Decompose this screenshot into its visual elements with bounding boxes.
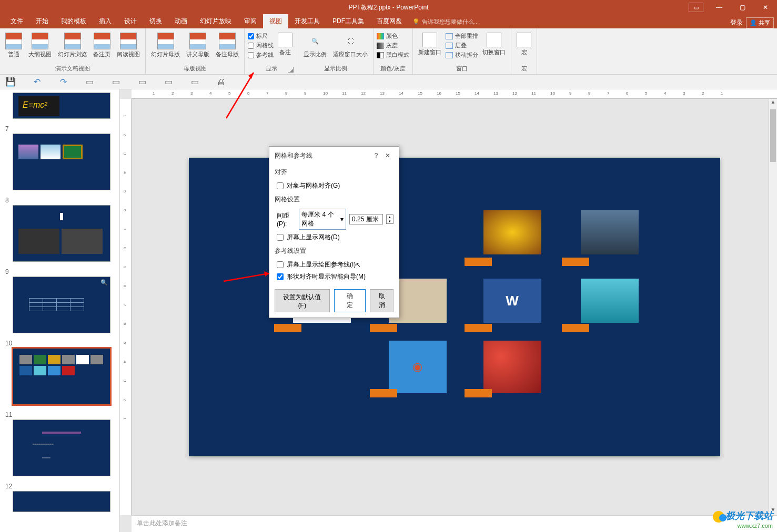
dialog-close-button[interactable]: ✕ [382, 151, 393, 160]
show-dialog-launcher[interactable] [288, 67, 294, 73]
slide-caption-6[interactable] [370, 324, 397, 332]
ok-button[interactable]: 确定 [334, 289, 366, 312]
notes-page-button[interactable]: 备注页 [91, 30, 113, 60]
slide-thumb-6-partial[interactable]: E=mc² [5, 93, 114, 119]
spacing-select[interactable]: 每厘米 4 个网格▾ [299, 209, 346, 230]
ruler-checkbox[interactable]: 标尺 [248, 32, 274, 40]
slide-image-9[interactable]: ◉ [389, 341, 447, 393]
spacing-spinner[interactable]: ▴▾ [386, 214, 393, 224]
slide-caption-10[interactable] [465, 389, 492, 397]
qat-button-6[interactable]: ▭ [137, 77, 147, 87]
arrange-all-button[interactable]: 全部重排 [446, 32, 478, 40]
qat-button-7[interactable]: ▭ [163, 77, 174, 87]
tab-template[interactable]: 我的模板 [55, 14, 93, 28]
guides-checkbox[interactable]: 参考线 [248, 50, 274, 59]
share-button[interactable]: 👤共享 [746, 17, 774, 28]
tell-me-input[interactable]: 💡告诉我您想要做什么... [408, 15, 483, 28]
tab-animation[interactable]: 动画 [168, 14, 194, 28]
tab-insert[interactable]: 插入 [93, 14, 118, 28]
scroll-up-arrow[interactable]: ▲ [769, 99, 777, 107]
slide-image-8[interactable] [581, 279, 639, 323]
tab-view[interactable]: 视图 [263, 14, 288, 28]
reading-view-button[interactable]: 阅读视图 [115, 30, 142, 60]
tab-review[interactable]: 审阅 [238, 14, 263, 28]
gridlines-checkbox[interactable]: 网格线 [248, 41, 274, 50]
slide-caption-5[interactable] [274, 324, 301, 332]
handout-master-button[interactable]: 讲义母版 [184, 30, 211, 60]
cascade-button[interactable]: 层叠 [446, 41, 478, 50]
color-button[interactable]: 颜色 [377, 32, 409, 40]
new-window-button[interactable]: 新建窗口 [416, 30, 443, 58]
slide-image-3[interactable] [483, 210, 541, 254]
set-default-button[interactable]: 设置为默认值(F) [275, 289, 330, 312]
notes-placeholder[interactable]: 单击此处添加备注 [132, 515, 777, 532]
qat-button-8[interactable]: ▭ [189, 77, 200, 87]
switch-icon [487, 33, 501, 47]
show-guides-checkbox[interactable]: 屏幕上显示绘图参考线(I)↖ [277, 259, 393, 271]
cancel-button[interactable]: 取消 [370, 289, 393, 312]
qat-button-5[interactable]: ▭ [110, 77, 121, 87]
slide-caption-4[interactable] [562, 258, 589, 266]
maximize-button[interactable]: ▢ [731, 0, 754, 15]
tab-transition[interactable]: 切换 [143, 14, 168, 28]
undo-button[interactable]: ↶ [32, 77, 42, 87]
horizontal-ruler[interactable]: 1234567891011121314151615141312111098765… [132, 89, 777, 99]
slide-sorter-button[interactable]: 幻灯片浏览 [56, 30, 89, 60]
slide-thumb-10[interactable]: 10 * [5, 340, 114, 405]
ribbon-display-options[interactable]: ▭ [689, 3, 703, 12]
dialog-help-button[interactable]: ? [370, 151, 382, 160]
slide-caption-7[interactable] [465, 324, 492, 332]
tab-baidu[interactable]: 百度网盘 [370, 14, 408, 28]
slide-content[interactable]: XX 摄 W ◉ [189, 158, 720, 456]
move-split-button[interactable]: 移动拆分 [446, 50, 478, 59]
smart-guides-checkbox[interactable]: 形状对齐时显示智能向导(M) [277, 271, 393, 283]
normal-view-button[interactable]: 普通 [3, 30, 24, 60]
notes-button[interactable]: 备注 [276, 30, 295, 58]
minimize-button[interactable]: — [708, 0, 731, 15]
group-label-views: 演示文稿视图 [3, 64, 142, 74]
close-button[interactable]: ✕ [754, 0, 777, 15]
slide-caption-9[interactable] [370, 389, 397, 397]
notes-master-button[interactable]: 备注母版 [214, 30, 241, 60]
slide-canvas[interactable]: XX 摄 W ◉ [132, 99, 777, 515]
slide-caption-3[interactable] [465, 258, 492, 266]
redo-button[interactable]: ↷ [58, 77, 68, 87]
vertical-ruler[interactable]: 12345678987654321 [120, 99, 132, 515]
slide-thumb-12[interactable]: 12 [5, 483, 114, 512]
slide-image-10[interactable] [483, 341, 541, 393]
slide-caption-8[interactable] [562, 324, 589, 332]
zoom-button[interactable]: 🔍显示比例 [301, 30, 329, 60]
login-link[interactable]: 登录 [730, 18, 743, 27]
switch-window-button[interactable]: 切换窗口 [480, 30, 508, 58]
grayscale-button[interactable]: 灰度 [377, 41, 409, 50]
slide-image-7[interactable]: W [483, 279, 541, 323]
spin-up[interactable]: ▴ [387, 215, 393, 219]
tab-home[interactable]: 开始 [29, 14, 55, 28]
bw-button[interactable]: 黑白模式 [377, 50, 409, 59]
spin-down[interactable]: ▾ [387, 219, 393, 223]
slide-master-button[interactable]: 幻灯片母版 [149, 30, 182, 60]
outline-view-button[interactable]: 大纲视图 [26, 30, 54, 60]
tab-developer[interactable]: 开发工具 [288, 14, 326, 28]
tab-design[interactable]: 设计 [118, 14, 143, 28]
macros-button[interactable]: 宏 [514, 30, 533, 58]
slide-image-4[interactable] [581, 210, 639, 254]
spacing-value-input[interactable] [349, 214, 383, 224]
slide-thumb-9[interactable]: 9 🔍 [5, 268, 114, 333]
qat-print-button[interactable]: 🖨 [216, 77, 226, 87]
fit-window-button[interactable]: ⛶适应窗口大小 [331, 30, 370, 60]
tab-file[interactable]: 文件 [4, 14, 29, 28]
dialog-titlebar[interactable]: 网格和参考线 ? ✕ [269, 147, 399, 165]
slide-thumbnail-panel[interactable]: E=mc² 7 8 9 🔍 10 * 11 ━━━━━━━━━━━━━━ 12 [0, 89, 120, 532]
slide-thumb-7[interactable]: 7 [5, 125, 114, 190]
align-to-grid-checkbox[interactable]: 对象与网格对齐(G) [277, 180, 393, 192]
tab-pdf[interactable]: PDF工具集 [326, 14, 370, 28]
tab-slideshow[interactable]: 幻灯片放映 [194, 14, 238, 28]
scroll-thumb[interactable] [770, 109, 776, 162]
save-button[interactable]: 💾 [5, 77, 16, 87]
vertical-scrollbar[interactable]: ▲ ▼ [769, 99, 777, 515]
qat-button-4[interactable]: ▭ [84, 77, 95, 87]
slide-thumb-11[interactable]: 11 ━━━━━━━━━━━━━━ [5, 411, 114, 476]
show-grid-checkbox[interactable]: 屏幕上显示网格(D) [277, 231, 393, 243]
slide-thumb-8[interactable]: 8 [5, 197, 114, 262]
